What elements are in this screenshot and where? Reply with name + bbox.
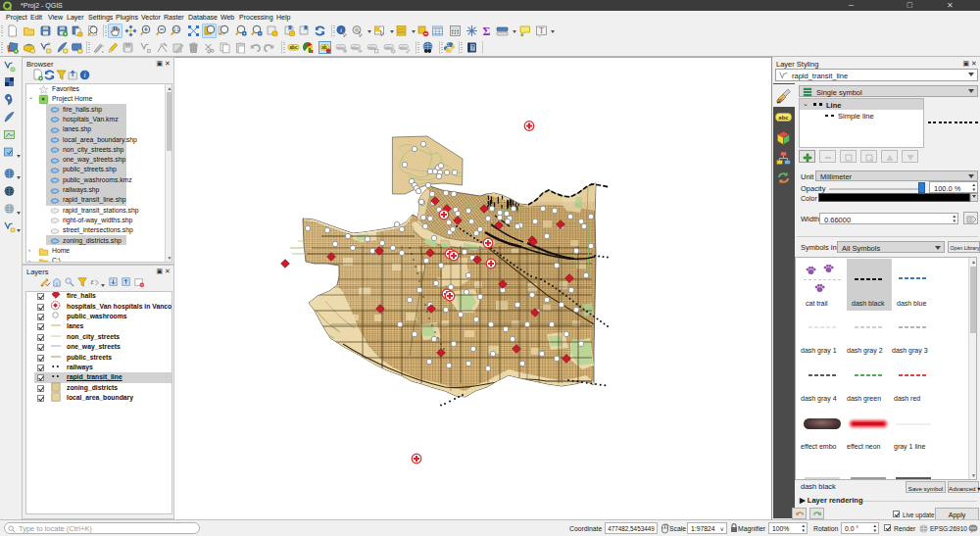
svg-text:abc: abc — [368, 45, 376, 50]
svg-text:abc: abc — [400, 45, 408, 50]
svg-text:abc: abc — [337, 45, 345, 50]
svg-text:Σ: Σ — [483, 24, 491, 37]
svg-text:1:1: 1:1 — [173, 27, 180, 32]
svg-text:abc: abc — [352, 45, 360, 50]
svg-text:abc: abc — [778, 115, 789, 121]
svg-text:abc: abc — [385, 45, 393, 50]
svg-text:ε: ε — [91, 277, 94, 286]
svg-text:ab: ab — [321, 45, 327, 50]
svg-text:abc: abc — [290, 45, 298, 50]
svg-text:i: i — [83, 71, 85, 79]
svg-text:i: i — [340, 26, 342, 34]
svg-text:T: T — [539, 26, 544, 35]
